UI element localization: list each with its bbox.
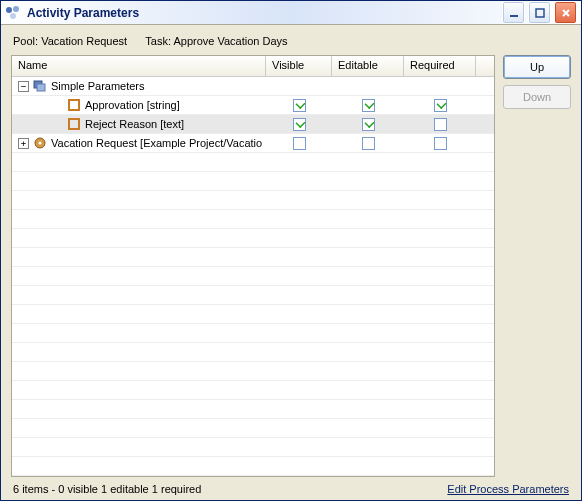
required-checkbox[interactable] xyxy=(434,137,447,150)
collapse-icon[interactable]: − xyxy=(18,81,29,92)
table-row[interactable]: Approvation [string] xyxy=(12,96,494,115)
table-row-empty xyxy=(12,457,494,476)
pool-value: Vacation Request xyxy=(41,35,127,47)
svg-point-10 xyxy=(39,142,42,145)
svg-rect-8 xyxy=(69,119,79,129)
table-row-empty xyxy=(12,153,494,172)
table-row-empty xyxy=(12,324,494,343)
table-row-empty xyxy=(12,343,494,362)
orange-node-icon xyxy=(67,117,81,131)
row-label: Reject Reason [text] xyxy=(85,118,184,130)
table-row-empty xyxy=(12,229,494,248)
row-label: Approvation [string] xyxy=(85,99,180,111)
editable-checkbox[interactable] xyxy=(362,99,375,112)
table-row[interactable]: Reject Reason [text] xyxy=(12,115,494,134)
table-row-empty xyxy=(12,210,494,229)
table-row-empty xyxy=(12,267,494,286)
table-row-empty xyxy=(12,286,494,305)
col-name[interactable]: Name xyxy=(12,56,266,76)
table-row-empty xyxy=(12,381,494,400)
row-label: Vacation Request [Example Project/Vacati… xyxy=(51,137,262,149)
editable-checkbox[interactable] xyxy=(362,137,375,150)
visible-checkbox[interactable] xyxy=(293,118,306,131)
table-row-empty xyxy=(12,438,494,457)
row-label: Simple Parameters xyxy=(51,80,145,92)
table-row-empty xyxy=(12,172,494,191)
folder-stack-icon xyxy=(33,79,47,93)
close-button[interactable] xyxy=(554,1,577,24)
task-value: Approve Vacation Days xyxy=(173,35,287,47)
table-body[interactable]: −Simple ParametersApprovation [string]Re… xyxy=(12,77,494,476)
maximize-button[interactable] xyxy=(528,1,551,24)
required-checkbox[interactable] xyxy=(434,99,447,112)
disc-icon xyxy=(33,136,47,150)
app-icon xyxy=(5,5,21,21)
table-row-empty xyxy=(12,248,494,267)
expand-icon[interactable]: + xyxy=(18,138,29,149)
window-title: Activity Parameters xyxy=(27,6,502,20)
col-visible[interactable]: Visible xyxy=(266,56,332,76)
svg-point-0 xyxy=(6,7,12,13)
required-checkbox[interactable] xyxy=(434,118,447,131)
col-required[interactable]: Required xyxy=(404,56,476,76)
visible-checkbox[interactable] xyxy=(293,99,306,112)
status-text: 6 items - 0 visible 1 editable 1 require… xyxy=(13,483,201,495)
table-header: Name Visible Editable Required xyxy=(12,56,494,77)
svg-rect-7 xyxy=(69,100,79,110)
down-button: Down xyxy=(503,85,571,109)
svg-point-2 xyxy=(10,13,16,19)
col-editable[interactable]: Editable xyxy=(332,56,404,76)
titlebar: Activity Parameters xyxy=(1,1,581,25)
pool-label: Pool: xyxy=(13,35,38,47)
svg-rect-3 xyxy=(510,15,518,17)
svg-rect-6 xyxy=(37,84,45,91)
context-line: Pool: Vacation Request Task: Approve Vac… xyxy=(11,33,571,55)
orange-node-icon xyxy=(67,98,81,112)
table-row-empty xyxy=(12,400,494,419)
svg-point-1 xyxy=(13,6,19,12)
table-row-empty xyxy=(12,419,494,438)
table-row-empty xyxy=(12,362,494,381)
edit-process-parameters-link[interactable]: Edit Process Parameters xyxy=(447,483,569,495)
task-label: Task: xyxy=(145,35,171,47)
editable-checkbox[interactable] xyxy=(362,118,375,131)
table-row-empty xyxy=(12,191,494,210)
svg-rect-4 xyxy=(536,9,544,17)
up-button[interactable]: Up xyxy=(503,55,571,79)
table-row-empty xyxy=(12,305,494,324)
visible-checkbox[interactable] xyxy=(293,137,306,150)
table-row[interactable]: −Simple Parameters xyxy=(12,77,494,96)
table-row[interactable]: +Vacation Request [Example Project/Vacat… xyxy=(12,134,494,153)
minimize-button[interactable] xyxy=(502,1,525,24)
parameters-table: Name Visible Editable Required −Simple P… xyxy=(11,55,495,477)
